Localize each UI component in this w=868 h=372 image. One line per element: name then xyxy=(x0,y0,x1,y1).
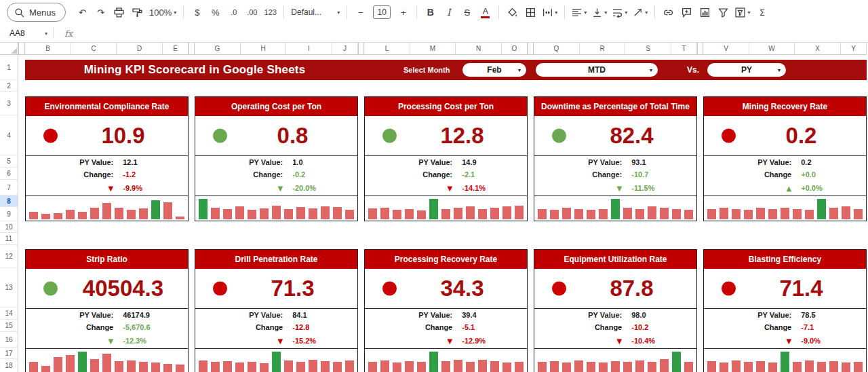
font-size-input[interactable]: 10 xyxy=(373,5,391,19)
column-header-Q[interactable]: Q xyxy=(534,43,580,55)
increase-decimal-button[interactable]: .00 xyxy=(243,3,260,21)
strikethrough-button[interactable]: S xyxy=(458,3,475,21)
text-color-button[interactable]: A xyxy=(477,3,494,21)
merge-cells-button[interactable]: ▾ xyxy=(540,3,559,21)
row-header-18[interactable]: 18 xyxy=(0,359,18,372)
row-header-13[interactable]: 13 xyxy=(0,268,18,308)
row-header-8[interactable]: 8 xyxy=(0,196,18,207)
fill-color-button[interactable] xyxy=(504,3,521,21)
status-indicator-circle xyxy=(43,129,58,143)
column-header-D[interactable]: D xyxy=(117,43,163,55)
create-filter-button[interactable] xyxy=(715,3,732,21)
filter-views-button[interactable]: ▾ xyxy=(733,3,752,21)
status-indicator-circle xyxy=(722,282,736,296)
spark-bar xyxy=(260,208,269,219)
row-header-3[interactable]: 3 xyxy=(0,92,18,115)
row-header-16[interactable]: 16 xyxy=(0,332,18,348)
py-value-label: PY Value: xyxy=(26,311,118,319)
row-header-9[interactable]: 9 xyxy=(0,207,18,221)
column-header-H[interactable]: H xyxy=(241,43,286,55)
row-header-6[interactable]: 6 xyxy=(0,168,18,180)
percent-format-button[interactable]: % xyxy=(207,3,224,21)
column-header-J[interactable]: J xyxy=(332,43,358,55)
change-value: +0.0 xyxy=(796,170,866,179)
menus-label: Menus xyxy=(29,7,56,18)
text-wrap-button[interactable]: ▾ xyxy=(610,3,629,21)
dashboard-title: Mining KPI Scorecard in Google Sheets xyxy=(25,60,364,80)
spark-bar xyxy=(756,361,765,372)
column-header-Y[interactable]: Y xyxy=(841,43,867,55)
font-family-select[interactable]: Defaul... ▾ xyxy=(289,3,342,21)
text-rotation-button[interactable]: ▾ xyxy=(631,3,650,21)
bold-button[interactable]: B xyxy=(422,3,439,21)
currency-format-button[interactable]: $ xyxy=(189,3,205,21)
change-row: Change +0.0 xyxy=(704,168,866,181)
column-header-W[interactable]: W xyxy=(749,43,795,55)
chevron-down-icon: ▾ xyxy=(337,10,340,16)
insert-chart-button[interactable] xyxy=(696,3,713,21)
formula-input[interactable] xyxy=(73,24,868,42)
spreadsheet-grid[interactable]: Mining KPI Scorecard in Google Sheets Se… xyxy=(18,55,868,372)
paint-format-button[interactable] xyxy=(129,3,146,21)
menus-button[interactable]: Menus xyxy=(7,3,66,22)
column-header-G[interactable]: G xyxy=(195,43,241,55)
insert-link-button[interactable] xyxy=(660,3,677,21)
spark-bar xyxy=(490,208,499,219)
column-header-B[interactable]: B xyxy=(25,43,71,55)
row-header-1[interactable]: 1 xyxy=(0,55,18,80)
status-indicator-circle xyxy=(552,129,566,143)
change-label: Change xyxy=(365,323,457,331)
column-header-T[interactable]: T xyxy=(671,43,697,55)
compare-dropdown[interactable]: PY ▾ xyxy=(707,63,786,77)
increase-font-size-button[interactable]: + xyxy=(395,3,412,21)
spark-bar xyxy=(78,212,87,219)
filter-funnel-icon xyxy=(718,7,728,18)
undo-button[interactable]: ↶ xyxy=(74,3,91,21)
row-header-2[interactable]: 2 xyxy=(0,80,18,92)
row-header-11[interactable]: 11 xyxy=(0,233,18,245)
spark-bar xyxy=(380,360,389,372)
column-header-S[interactable]: S xyxy=(625,43,671,55)
py-value-row: PY Value: 78.5 xyxy=(704,309,866,321)
column-header-L[interactable]: L xyxy=(364,43,410,55)
column-header-O[interactable]: O xyxy=(502,43,528,55)
column-header-M[interactable]: M xyxy=(410,43,456,55)
italic-button[interactable]: I xyxy=(440,3,457,21)
change-row: Change: -10.7 xyxy=(534,168,696,181)
column-header-I[interactable]: I xyxy=(286,43,332,55)
zoom-select[interactable]: 100% ▾ xyxy=(147,3,178,21)
row-header-17[interactable]: 17 xyxy=(0,348,18,359)
column-header-X[interactable]: X xyxy=(795,43,841,55)
insert-comment-button[interactable] xyxy=(678,3,695,21)
month-dropdown[interactable]: Feb ▾ xyxy=(462,63,526,77)
row-header-5[interactable]: 5 xyxy=(0,155,18,168)
row-header-14[interactable]: 14 xyxy=(0,308,18,320)
spark-bar xyxy=(309,208,317,219)
decrease-font-size-button[interactable]: − xyxy=(352,3,369,21)
period-dropdown[interactable]: MTD ▾ xyxy=(536,63,658,77)
row-header-7[interactable]: 7 xyxy=(0,180,18,196)
print-button[interactable] xyxy=(111,3,127,21)
spark-bar xyxy=(115,361,123,372)
row-header-4[interactable]: 4 xyxy=(0,115,18,155)
column-header-C[interactable]: C xyxy=(71,43,117,55)
number-format-button[interactable]: 123 xyxy=(262,3,279,21)
column-header-R[interactable]: R xyxy=(580,43,625,55)
column-header-E[interactable]: E xyxy=(163,43,189,55)
functions-button[interactable]: Σ xyxy=(753,3,770,21)
row-header-15[interactable]: 15 xyxy=(0,320,18,332)
column-header-N[interactable]: N xyxy=(456,43,502,55)
borders-button[interactable] xyxy=(522,3,539,21)
row-header-12[interactable]: 12 xyxy=(0,245,18,268)
column-header-V[interactable]: V xyxy=(703,43,749,55)
pct-change-row: ▼ -12.9% xyxy=(365,333,527,348)
decrease-decimal-button[interactable]: .0 xyxy=(225,3,242,21)
vertical-align-button[interactable]: ▾ xyxy=(590,3,609,21)
select-all-corner[interactable] xyxy=(0,43,18,55)
spark-bar xyxy=(768,362,777,372)
horizontal-align-button[interactable]: ▾ xyxy=(570,3,589,21)
kpi-cards-row-2: Strip Ratio 40504.3 PY Value: 46174.9 Ch… xyxy=(25,249,867,372)
redo-button[interactable]: ↷ xyxy=(92,3,109,21)
name-box[interactable]: AA8 ▾ xyxy=(0,29,53,38)
row-header-10[interactable]: 10 xyxy=(0,221,18,233)
